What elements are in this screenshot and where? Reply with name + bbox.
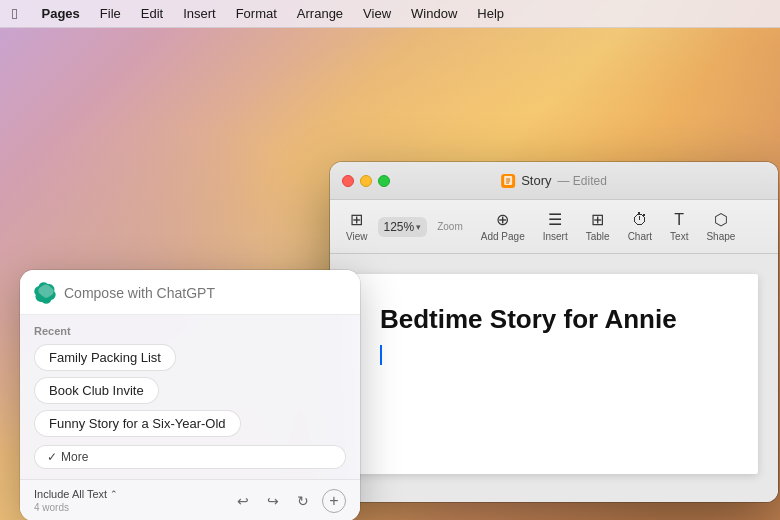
table-icon: ⊞ [591,212,604,228]
window-title: Story — Edited [501,173,607,188]
insert-icon: ☰ [548,212,562,228]
toolbar-table[interactable]: ⊞ Table [578,208,618,246]
desktop:  Pages File Edit Insert Format Arrange … [0,0,780,520]
shape-label: Shape [706,231,735,242]
toolbar-text[interactable]: T Text [662,208,696,246]
menubar-item-pages[interactable]: Pages [33,4,87,23]
window-title-text: Story [521,173,551,188]
toolbar-shape[interactable]: ⬡ Shape [698,208,743,246]
zoom-chevron-icon: ▾ [416,222,421,232]
view-icon: ⊞ [350,212,363,228]
add-button[interactable]: + [322,489,346,513]
include-label: Include All Text [34,488,107,500]
redo-button[interactable]: ↪ [262,490,284,512]
chart-icon: ⏱ [632,212,648,228]
menubar-item-arrange[interactable]: Arrange [289,4,351,23]
recent-item-2[interactable]: Funny Story for a Six-Year-Old [34,410,241,437]
chatgpt-compose-input[interactable] [64,285,346,301]
toolbar-add-page[interactable]: ⊕ Add Page [473,208,533,246]
apple-menu[interactable]:  [12,5,17,22]
more-label: More [61,450,88,464]
chatgpt-footer: Include All Text ⌃ 4 words ↩ ↪ ↻ + [20,479,360,520]
document-area[interactable]: Bedtime Story for Annie [330,254,778,502]
recent-label: Recent [34,325,346,337]
footer-actions: ↩ ↪ ↻ + [232,489,346,513]
menubar-item-window[interactable]: Window [403,4,465,23]
menubar-item-file[interactable]: File [92,4,129,23]
chatgpt-input-row [34,282,346,304]
chatgpt-icon [34,282,56,304]
more-chevron-icon: ✓ [47,450,57,464]
insert-label: Insert [543,231,568,242]
menubar-item-format[interactable]: Format [228,4,285,23]
pages-window: Story — Edited ⊞ View 125% ▾ Zoom ⊕ Add … [330,162,778,502]
undo-button[interactable]: ↩ [232,490,254,512]
recent-items-list: Family Packing List Book Club Invite Fun… [34,344,346,469]
menubar-item-view[interactable]: View [355,4,399,23]
document-title: Bedtime Story for Annie [380,304,728,335]
text-icon: T [674,212,684,228]
menubar:  Pages File Edit Insert Format Arrange … [0,0,780,28]
menubar-item-insert[interactable]: Insert [175,4,224,23]
include-chevron-icon: ⌃ [110,489,118,499]
more-button[interactable]: ✓ More [34,445,346,469]
table-label: Table [586,231,610,242]
refresh-button[interactable]: ↻ [292,490,314,512]
traffic-lights [342,175,390,187]
pages-document-icon [501,174,515,188]
zoom-value: 125% [384,220,415,234]
toolbar-zoom[interactable]: 125% ▾ [378,217,428,237]
toolbar-chart[interactable]: ⏱ Chart [620,208,660,246]
window-titlebar: Story — Edited [330,162,778,200]
recent-item-0[interactable]: Family Packing List [34,344,176,371]
menubar-item-help[interactable]: Help [469,4,512,23]
close-button[interactable] [342,175,354,187]
toolbar-insert[interactable]: ☰ Insert [535,208,576,246]
chart-label: Chart [628,231,652,242]
chatgpt-input-area [20,270,360,315]
menubar-item-edit[interactable]: Edit [133,4,171,23]
add-page-icon: ⊕ [496,212,509,228]
menubar-items: Pages File Edit Insert Format Arrange Vi… [33,4,512,23]
chatgpt-panel: Recent Family Packing List Book Club Inv… [20,270,360,520]
add-page-label: Add Page [481,231,525,242]
view-label: View [346,231,368,242]
recent-item-1[interactable]: Book Club Invite [34,377,159,404]
shape-icon: ⬡ [714,212,728,228]
text-label: Text [670,231,688,242]
text-cursor [380,345,382,365]
word-count: 4 words [34,502,118,513]
zoom-label: Zoom [437,221,463,232]
window-toolbar: ⊞ View 125% ▾ Zoom ⊕ Add Page ☰ Insert ⊞… [330,200,778,254]
window-title-edited: — Edited [557,174,606,188]
minimize-button[interactable] [360,175,372,187]
include-all-text[interactable]: Include All Text ⌃ [34,488,118,500]
document-page: Bedtime Story for Annie [350,274,758,474]
footer-left: Include All Text ⌃ 4 words [34,488,118,513]
toolbar-view[interactable]: ⊞ View [338,208,376,246]
maximize-button[interactable] [378,175,390,187]
chatgpt-recent-section: Recent Family Packing List Book Club Inv… [20,315,360,479]
